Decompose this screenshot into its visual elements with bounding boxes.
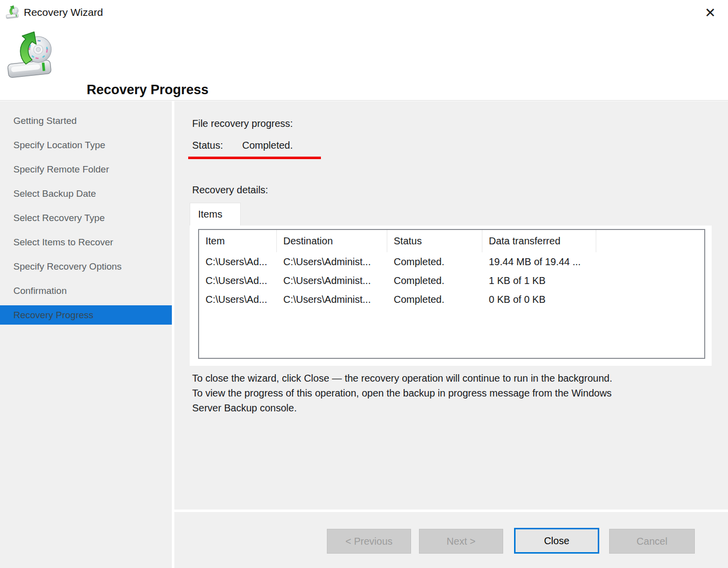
recovery-drive-icon (4, 30, 56, 82)
items-tab-panel: Item Destination Status Data transferred… (190, 226, 712, 366)
title-bar: Recovery Wizard ✕ (0, 0, 728, 25)
recovery-wizard-window: Recovery Wizard ✕ Recovery Progress Gett… (0, 0, 728, 568)
data-transferred-cell: 19.44 MB of 19.44 ... (482, 256, 596, 268)
previous-button[interactable]: < Previous (327, 529, 411, 554)
next-button[interactable]: Next > (419, 529, 503, 554)
column-header-filler (596, 230, 704, 252)
window-title: Recovery Wizard (24, 0, 103, 25)
close-button[interactable]: Close (514, 528, 599, 554)
recovery-wizard-icon (5, 5, 20, 20)
note-line: To view the progress of this operation, … (192, 386, 612, 400)
sidebar-item-specify-location-type[interactable]: Specify Location Type (0, 133, 172, 157)
status-label: Status: (192, 140, 242, 151)
sidebar-item-recovery-progress[interactable]: Recovery Progress (0, 305, 172, 325)
table-row[interactable]: C:\Users\Ad... C:\Users\Administ... Comp… (199, 290, 704, 309)
destination-cell: C:\Users\Administ... (277, 294, 387, 305)
tab-items[interactable]: Items (190, 203, 241, 226)
sidebar-item-getting-started[interactable]: Getting Started (0, 109, 172, 133)
table-header-row: Item Destination Status Data transferred (199, 230, 704, 252)
file-recovery-progress-label: File recovery progress: (192, 118, 293, 129)
column-header-status[interactable]: Status (387, 230, 482, 252)
status-row: Status:Completed. (192, 140, 293, 151)
page-title: Recovery Progress (87, 82, 208, 98)
column-header-item[interactable]: Item (199, 230, 277, 252)
recovery-items-table: Item Destination Status Data transferred… (198, 229, 705, 359)
destination-cell: C:\Users\Administ... (277, 256, 387, 268)
status-cell: Completed. (387, 294, 482, 305)
sidebar-item-select-backup-date[interactable]: Select Backup Date (0, 181, 172, 206)
status-cell: Completed. (387, 256, 482, 268)
sidebar-item-confirmation[interactable]: Confirmation (0, 279, 172, 303)
sidebar-item-select-recovery-type[interactable]: Select Recovery Type (0, 206, 172, 230)
table-row[interactable]: C:\Users\Ad... C:\Users\Administ... Comp… (199, 252, 704, 271)
data-transferred-cell: 0 KB of 0 KB (482, 294, 596, 305)
table-row[interactable]: C:\Users\Ad... C:\Users\Administ... Comp… (199, 271, 704, 290)
data-transferred-cell: 1 KB of 1 KB (482, 275, 596, 286)
sidebar-item-specify-remote-folder[interactable]: Specify Remote Folder (0, 157, 172, 181)
close-wizard-note: To close the wizard, click Close — the r… (192, 371, 612, 415)
status-underline (188, 157, 321, 159)
wizard-header: Recovery Progress (0, 25, 728, 101)
item-cell: C:\Users\Ad... (199, 275, 277, 286)
column-header-data-transferred[interactable]: Data transferred (482, 230, 596, 252)
cancel-button[interactable]: Cancel (609, 529, 695, 554)
item-cell: C:\Users\Ad... (199, 256, 277, 268)
recovery-details-label: Recovery details: (192, 184, 268, 196)
column-header-destination[interactable]: Destination (277, 230, 387, 252)
wizard-steps-sidebar: Getting Started Specify Location Type Sp… (0, 101, 172, 568)
close-icon[interactable]: ✕ (700, 3, 720, 23)
main-content: File recovery progress: Status:Completed… (174, 101, 728, 568)
note-line: Server Backup console. (192, 400, 612, 415)
item-cell: C:\Users\Ad... (199, 294, 277, 305)
note-line: To close the wizard, click Close — the r… (192, 371, 612, 386)
sidebar-item-select-items-to-recover[interactable]: Select Items to Recover (0, 230, 172, 254)
destination-cell: C:\Users\Administ... (277, 275, 387, 286)
button-bar-divider (174, 510, 728, 512)
status-cell: Completed. (387, 275, 482, 286)
sidebar-item-specify-recovery-options[interactable]: Specify Recovery Options (0, 254, 172, 279)
status-value: Completed. (242, 140, 293, 151)
